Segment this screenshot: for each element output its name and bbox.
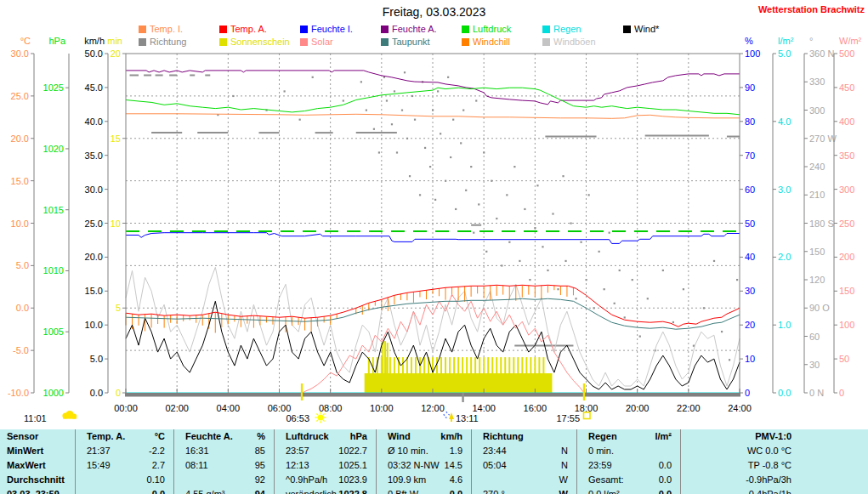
cell-right-value: WC 0.0 °C [747, 444, 791, 458]
axis-tick-label: 1025 [43, 82, 64, 93]
axis-tick-label: 10 [745, 354, 755, 364]
row-label-text: 03.03. 23:59 [7, 487, 60, 494]
axis-temp: 30.025.020.015.010.05.00.0-5.0-10.0°C [8, 36, 34, 398]
axis-tick-label: 100 [839, 320, 854, 330]
current-time-label: 11:01 [24, 413, 47, 423]
cell-left-value: ^0.9hPa/h [286, 473, 327, 487]
axis-tick-label: 35.0 [85, 150, 103, 161]
axis-tick-label: 0 [839, 388, 844, 398]
cell-right-value: N [561, 458, 568, 473]
sunset-time-label: 17:55 [556, 413, 580, 423]
axis-title: km/h [84, 36, 105, 46]
table-data-cell: 03:32 N-NW14.5 [376, 458, 471, 473]
cell-left-value: 08:11 [185, 458, 208, 473]
axis-tick-label: 300 [809, 105, 825, 116]
table-header-cell: Richtung [471, 429, 576, 444]
axis-tick-label: 45.0 [85, 82, 103, 93]
axis-tick-label: 500 [839, 48, 854, 59]
column-header: Richtung [483, 429, 524, 444]
x-axis-tick-label: 10:00 [370, 403, 394, 413]
sunshine-bars [365, 341, 553, 393]
x-axis-tick-label: 14:00 [472, 403, 496, 413]
axis-tick-label: 10 [111, 219, 121, 229]
axis-tick-label: 250 [839, 219, 854, 229]
cell-right-value: 4.6 [450, 473, 462, 487]
column-unit: % [257, 429, 265, 444]
axis-title: hPa [48, 36, 65, 46]
axis-tick-label: 210 [809, 190, 825, 200]
column-unit: l/m² [655, 429, 672, 444]
x-axis-tick-label: 00:00 [114, 403, 138, 413]
column-unit: hPa [350, 429, 367, 444]
axis-tick-label: 10.0 [11, 219, 29, 229]
cell-right-value: 1022.8 [338, 487, 367, 494]
cell-left-value: 0 min. [588, 444, 614, 458]
table-header-cell: PMV-1:0 [680, 429, 868, 444]
table-header-cell: Windkm/h [376, 429, 471, 444]
axis-pct: 1009080706050403020100% [740, 36, 760, 398]
axis-tick-label: 100 [745, 48, 760, 59]
table-data-cell: Ø 10 min.1.9 [376, 444, 471, 458]
cell-right-value: 1022.7 [338, 444, 367, 458]
row-label-text: MinWert [7, 444, 43, 458]
axis-tick-label: 5 [116, 303, 121, 313]
table-header-cell: LuftdruckhPa [274, 429, 376, 444]
table-data-cell: TP -0.8 °C [680, 458, 868, 473]
row-label-text: Sensor [7, 429, 38, 444]
axis-tick-label: 0 N [809, 388, 824, 398]
cell-right-value: -2.2 [149, 444, 165, 458]
column-header: Luftdruck [286, 429, 329, 444]
axis-tick-label: 60 [745, 185, 755, 195]
cell-right-value: 14.5 [445, 458, 462, 473]
statistics-table: SensorTemp. A.°CFeuchte A.%LuftdruckhPaW… [0, 429, 868, 494]
table-data-cell: 0.0 [75, 487, 173, 494]
table-data-cell: 0 min. [576, 444, 680, 458]
row-label-text: MaxWert [7, 458, 46, 473]
axis-tick-label: 30 [745, 286, 755, 296]
moonrise-axis-tick [462, 393, 463, 402]
cell-right-value: 2.7 [152, 458, 165, 473]
table-data-cell: -0.4hPa/1h [680, 487, 868, 494]
axis-tick-label: 30 [809, 360, 820, 370]
sunset-marker: 17:55 [556, 412, 590, 423]
table-data-cell: 08:1195 [173, 458, 274, 473]
table-data-cell: ^0.9hPa/h1023.9 [274, 473, 376, 487]
cell-right-value: -0.9hPa/3h [746, 473, 791, 487]
axis-tick-label: 360 N [809, 48, 834, 59]
table-row-label: Durchschnitt [0, 473, 75, 487]
axis-tick-label: 15 [111, 133, 121, 144]
axis-title: min [107, 36, 122, 46]
cell-right-value: 0.0 [152, 487, 165, 494]
axis-tick-label: 150 [839, 286, 854, 296]
table-data-cell: 0 Bft W0.0 [376, 487, 471, 494]
weather-day-chart: 30.025.020.015.010.05.00.0-5.0-10.0°C102… [0, 0, 868, 429]
axis-tick-label: 450 [839, 82, 854, 93]
cell-right-value: 85 [255, 444, 265, 458]
axis-tick-label: 50.0 [85, 48, 103, 59]
table-data-cell: 92 [173, 473, 274, 487]
table-data-cell: 16:3185 [173, 444, 274, 458]
cell-left-value: 270 ° [483, 487, 505, 494]
axis-title: ° [809, 36, 813, 46]
axis-tick-label: 20 [111, 48, 121, 59]
axis-tick-label: 5.0 [90, 354, 103, 364]
cell-right-value: W [559, 487, 568, 494]
table-data-cell: 05:04N [471, 458, 576, 473]
cell-right-value: 0.0 [659, 458, 672, 473]
x-axis-tick-label: 06:00 [268, 403, 292, 413]
axis-tick-label: 50 [745, 219, 755, 229]
axis-tick-label: 30.0 [11, 48, 29, 59]
x-axis-tick-label: 12:00 [421, 403, 445, 413]
axis-tick-label: 270 W [809, 133, 837, 144]
cell-left-value: 12:13 [286, 458, 309, 473]
axis-tick-label: 80 [745, 116, 755, 127]
table-header-cell: Feuchte A.% [173, 429, 274, 444]
axis-tick-label: 0 [116, 388, 121, 398]
axis-tick-label: 90 O [809, 303, 830, 313]
column-header: Feuchte A. [185, 429, 233, 444]
axis-tick-label: 0.0 [90, 388, 103, 398]
table-data-cell: veränderlich1022.8 [274, 487, 376, 494]
sunrise-time-label: 06:53 [286, 413, 309, 423]
column-header: Wind [388, 429, 411, 444]
table-row-label: MaxWert [0, 458, 75, 473]
